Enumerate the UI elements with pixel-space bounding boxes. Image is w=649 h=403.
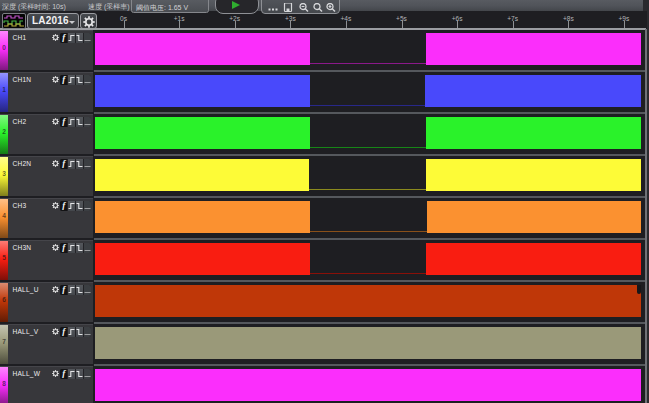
channel-number: 6	[0, 283, 8, 317]
low-level-icon[interactable]	[84, 75, 91, 86]
rising-edge-icon[interactable]	[68, 201, 75, 212]
gear-icon[interactable]	[52, 160, 59, 167]
rising-edge-icon[interactable]	[68, 117, 75, 128]
low-level-icon[interactable]	[84, 117, 91, 128]
time-ruler[interactable]: 0s+1s+2s+3s+4s+5s+6s+7s+8s+9s	[96, 11, 641, 29]
gear-icon[interactable]	[52, 244, 59, 251]
low-level-icon[interactable]	[84, 33, 91, 44]
settings-button[interactable]	[80, 13, 97, 29]
frequency-glyph: f	[60, 327, 67, 336]
rising-edge-icon-svg	[68, 34, 75, 42]
rising-edge-icon[interactable]	[68, 327, 75, 338]
frequency-icon[interactable]: f	[60, 285, 67, 296]
channel-label: CH1N	[13, 76, 32, 83]
channel-label: CH2	[13, 118, 27, 125]
row-divider	[94, 112, 646, 114]
gear-icon	[83, 16, 95, 28]
falling-edge-icon[interactable]	[76, 369, 83, 380]
rising-edge-icon[interactable]	[68, 33, 75, 44]
channel-tile-ch3n[interactable]: 5CH3Nf	[0, 240, 93, 280]
channel-label: CH3	[13, 202, 27, 209]
channel-tile-ch1n[interactable]: 1CH1Nf	[0, 72, 93, 112]
low-level-icon-svg	[84, 34, 91, 42]
trigger-button-group: f	[60, 117, 91, 128]
trigger-button-group: f	[60, 285, 91, 296]
rising-edge-icon[interactable]	[68, 75, 75, 86]
ruler-tick-mark	[457, 21, 458, 28]
low-level-icon-svg	[84, 286, 91, 294]
channel-label: HALL_V	[13, 328, 39, 335]
waveform-high-ch2	[426, 117, 642, 149]
falling-edge-icon[interactable]	[76, 243, 83, 254]
falling-edge-icon-svg	[76, 370, 83, 378]
channel-color-strip: 7	[0, 325, 8, 364]
low-level-icon[interactable]	[84, 201, 91, 212]
channel-tile-ch3[interactable]: 4CH3f	[0, 198, 93, 238]
row-divider	[94, 238, 646, 240]
ruler-tick-mark	[402, 21, 403, 28]
frequency-icon[interactable]: f	[60, 117, 67, 128]
channel-number: 1	[0, 73, 8, 107]
frequency-icon[interactable]: f	[60, 75, 67, 86]
frequency-icon[interactable]: f	[60, 369, 67, 380]
channel-color-strip: 6	[0, 283, 8, 322]
frequency-icon[interactable]: f	[60, 33, 67, 44]
gear-icon[interactable]	[52, 118, 59, 125]
falling-edge-icon[interactable]	[76, 33, 83, 44]
low-level-icon[interactable]	[84, 327, 91, 338]
channel-tile-ch1[interactable]: 0CH1f	[0, 30, 93, 70]
falling-edge-icon[interactable]	[76, 75, 83, 86]
channel-label: CH2N	[13, 160, 32, 167]
waveform-high-ch2n	[95, 159, 309, 191]
low-level-icon[interactable]	[84, 159, 91, 170]
low-level-icon[interactable]	[84, 285, 91, 296]
channel-tile-hall_u[interactable]: 6HALL_Uf	[0, 282, 93, 322]
channel-color-strip: 0	[0, 31, 8, 70]
channel-tile-ch2[interactable]: 2CH2f	[0, 114, 93, 154]
channel-tile-hall_w[interactable]: 8HALL_Wf	[0, 366, 93, 403]
frequency-icon[interactable]: f	[60, 159, 67, 170]
waveform-high-hall_v	[95, 327, 641, 359]
ruler-tick-mark	[290, 21, 291, 28]
rising-edge-icon[interactable]	[68, 285, 75, 296]
waveform-high-hall_u	[95, 285, 641, 317]
channel-tile-hall_v[interactable]: 7HALL_Vf	[0, 324, 93, 364]
frequency-glyph: f	[60, 201, 67, 210]
device-selector-button[interactable]: LA2016	[27, 13, 79, 29]
trigger-button-group: f	[60, 201, 91, 212]
ruler-tick-mark	[513, 21, 514, 28]
rising-edge-icon[interactable]	[68, 243, 75, 254]
falling-edge-icon[interactable]	[76, 285, 83, 296]
depth-label: 深度 (采样时间: 10s)	[2, 2, 66, 12]
gear-icon[interactable]	[52, 286, 59, 293]
gear-icon[interactable]	[52, 370, 59, 377]
waveform-logo-icon	[2, 13, 26, 29]
gear-icon[interactable]	[52, 202, 59, 209]
falling-edge-icon[interactable]	[76, 117, 83, 128]
gear-icon[interactable]	[52, 328, 59, 335]
low-level-icon[interactable]	[84, 243, 91, 254]
channel-number: 5	[0, 241, 8, 275]
gear-icon[interactable]	[52, 34, 59, 41]
falling-edge-icon[interactable]	[76, 201, 83, 212]
frequency-icon[interactable]: f	[60, 327, 67, 338]
capture-end-notch	[637, 285, 642, 294]
ruler-tick-mark	[568, 21, 569, 28]
falling-edge-icon[interactable]	[76, 327, 83, 338]
frequency-icon[interactable]: f	[60, 201, 67, 212]
low-level-icon[interactable]	[84, 369, 91, 380]
channel-tile-ch2n[interactable]: 3CH2Nf	[0, 156, 93, 196]
waveform-high-ch3n	[95, 243, 310, 275]
rising-edge-icon[interactable]	[68, 369, 75, 380]
channel-number: 7	[0, 325, 8, 359]
frequency-icon[interactable]: f	[60, 243, 67, 254]
low-level-icon-svg	[84, 202, 91, 210]
rising-edge-icon-svg	[68, 160, 75, 168]
ruler-tick-mark	[124, 21, 125, 28]
rising-edge-icon[interactable]	[68, 159, 75, 170]
channel-color-strip: 4	[0, 199, 8, 238]
waveform-high-ch2	[95, 117, 310, 149]
trigger-button-group: f	[60, 75, 91, 86]
gear-icon[interactable]	[52, 76, 59, 83]
falling-edge-icon[interactable]	[76, 159, 83, 170]
